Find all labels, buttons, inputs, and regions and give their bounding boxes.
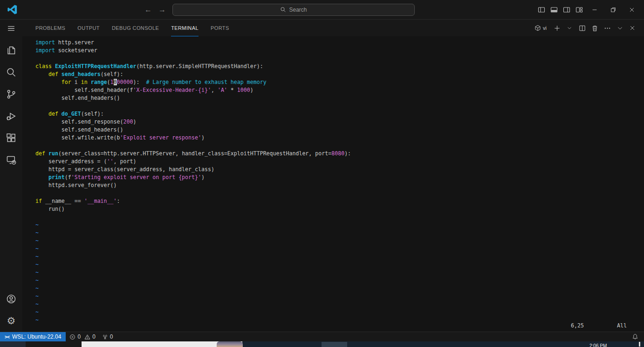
terminal-buffer: import http.serverimport socketserver cl… xyxy=(22,36,644,324)
customize-layout-icon[interactable] xyxy=(573,4,585,16)
terminal-line: ~ xyxy=(35,300,644,308)
terminal-process-icon xyxy=(534,25,541,31)
tab-ports[interactable]: PORTS xyxy=(211,20,229,36)
error-count: 0 xyxy=(77,333,81,340)
nav-forward-icon[interactable]: → xyxy=(158,6,166,14)
profile-photo-thumbnail xyxy=(217,341,243,347)
terminal-line: def send_headers(self): xyxy=(35,70,644,78)
warning-count: 0 xyxy=(92,333,96,340)
show-desktop-divider[interactable] xyxy=(639,342,640,347)
panel-header: PROBLEMS OUTPUT DEBUG CONSOLE TERMINAL P… xyxy=(22,20,644,36)
terminal-line: self.send_headers() xyxy=(35,126,644,134)
terminal-line: ~ xyxy=(35,221,644,229)
terminal-line: import http.server xyxy=(35,39,644,47)
terminal-line: self.send_header(f'X-Excessive-Header-{i… xyxy=(35,86,644,94)
vscode-logo-icon xyxy=(0,5,24,14)
search-sidebar-icon[interactable] xyxy=(6,67,17,78)
terminal-line: self.end_headers() xyxy=(35,94,644,102)
terminal-line: def run(server_class=http.server.HTTPSer… xyxy=(35,150,644,158)
kill-terminal-icon[interactable] xyxy=(590,24,599,32)
settings-gear-icon[interactable]: ⚙ xyxy=(6,315,17,326)
tab-terminal[interactable]: TERMINAL xyxy=(171,20,199,36)
terminal-line: ~ xyxy=(35,277,644,285)
toggle-panel-icon[interactable] xyxy=(548,4,560,16)
error-icon xyxy=(69,334,75,340)
terminal-line xyxy=(35,189,644,197)
search-label: Search xyxy=(289,7,307,13)
search-icon xyxy=(280,7,286,13)
tab-output[interactable]: OUTPUT xyxy=(77,20,100,36)
menu-icon[interactable] xyxy=(6,23,17,34)
status-bar: >< WSL: Ubuntu-22.04 0 0 0 xyxy=(0,332,644,341)
nav-back-icon[interactable]: ← xyxy=(144,6,152,14)
accounts-icon[interactable] xyxy=(6,293,17,305)
terminal-profile-dropdown-icon[interactable] xyxy=(565,24,574,32)
new-terminal-icon[interactable] xyxy=(553,24,561,32)
ports-status[interactable]: 0 xyxy=(102,333,113,340)
window-preview-edge xyxy=(82,341,242,347)
terminal-line: server_address = ('', port) xyxy=(35,158,644,166)
notifications-bell-icon[interactable] xyxy=(632,333,638,340)
ports-count: 0 xyxy=(110,333,113,340)
vim-ruler: 6,25 All xyxy=(22,322,644,330)
extensions-icon[interactable] xyxy=(6,132,17,144)
tab-problems[interactable]: PROBLEMS xyxy=(35,20,65,36)
activity-bar: ⚙ xyxy=(0,20,22,332)
radio-tower-icon xyxy=(102,334,108,340)
taskbar-button[interactable] xyxy=(322,342,347,347)
terminal-cursor: 0 xyxy=(114,79,117,85)
terminal-line: httpd = server_class(server_address, han… xyxy=(35,166,644,174)
terminal-line: ~ xyxy=(35,285,644,292)
windows-taskbar-sliver: 2:06 PM xyxy=(0,341,644,347)
remote-label: WSL: Ubuntu-22.04 xyxy=(12,333,61,340)
terminal-line: ~ xyxy=(35,237,644,245)
terminal-line xyxy=(35,213,644,221)
terminal-line: def do_GET(self): xyxy=(35,110,644,118)
terminal-line xyxy=(35,102,644,110)
terminal-view[interactable]: import http.serverimport socketserver cl… xyxy=(22,36,644,332)
terminal-line: self.send_response(200) xyxy=(35,118,644,126)
toggle-secondary-sidebar-icon[interactable] xyxy=(560,4,573,16)
restore-button[interactable] xyxy=(604,3,623,17)
run-debug-icon[interactable] xyxy=(6,111,17,122)
terminal-line: ~ xyxy=(35,253,644,261)
terminal-tab[interactable]: vi xyxy=(534,25,547,31)
problems-status[interactable]: 0 0 xyxy=(69,333,95,340)
explorer-icon[interactable] xyxy=(6,45,17,56)
vscode-window: ← → Search xyxy=(0,0,644,347)
vim-cursor-position: 6,25 xyxy=(571,322,584,329)
terminal-line: httpd.serve_forever() xyxy=(35,181,644,189)
terminal-line: ~ xyxy=(35,292,644,300)
more-actions-icon[interactable] xyxy=(603,24,611,32)
vim-scroll-indicator: All xyxy=(617,322,627,329)
remote-indicator[interactable]: >< WSL: Ubuntu-22.04 xyxy=(0,332,66,341)
tab-debug-console[interactable]: DEBUG CONSOLE xyxy=(112,20,159,36)
source-control-icon[interactable] xyxy=(6,89,17,100)
terminal-line: ~ xyxy=(35,308,644,316)
terminal-process-label: vi xyxy=(543,25,547,31)
minimize-button[interactable] xyxy=(585,3,604,17)
title-bar: ← → Search xyxy=(0,0,644,20)
remote-icon: >< xyxy=(5,334,9,340)
warning-icon xyxy=(84,334,90,340)
hide-panel-icon[interactable] xyxy=(616,24,624,32)
terminal-line: self.wfile.write(b'Exploit server respon… xyxy=(35,134,644,142)
terminal-line: run() xyxy=(35,205,644,213)
taskbar-segment xyxy=(0,341,26,347)
close-button[interactable] xyxy=(623,3,641,17)
terminal-line: ~ xyxy=(35,269,644,277)
terminal-line: ~ xyxy=(35,245,644,253)
close-panel-icon[interactable] xyxy=(628,24,637,32)
remote-explorer-icon[interactable] xyxy=(6,154,17,166)
split-terminal-icon[interactable] xyxy=(578,24,586,32)
terminal-line: import socketserver xyxy=(35,47,644,55)
taskbar-clock[interactable]: 2:06 PM xyxy=(589,343,607,347)
terminal-line: ~ xyxy=(35,229,644,237)
terminal-line: class ExploitHTTPRequestHandler(http.ser… xyxy=(35,62,644,70)
terminal-line: if __name__ == '__main__': xyxy=(35,197,644,205)
toggle-primary-sidebar-icon[interactable] xyxy=(535,4,548,16)
panel-tabs: PROBLEMS OUTPUT DEBUG CONSOLE TERMINAL P… xyxy=(35,20,229,36)
command-center-search[interactable]: Search xyxy=(172,4,415,16)
terminal-line xyxy=(35,142,644,150)
terminal-line: ~ xyxy=(35,261,644,269)
